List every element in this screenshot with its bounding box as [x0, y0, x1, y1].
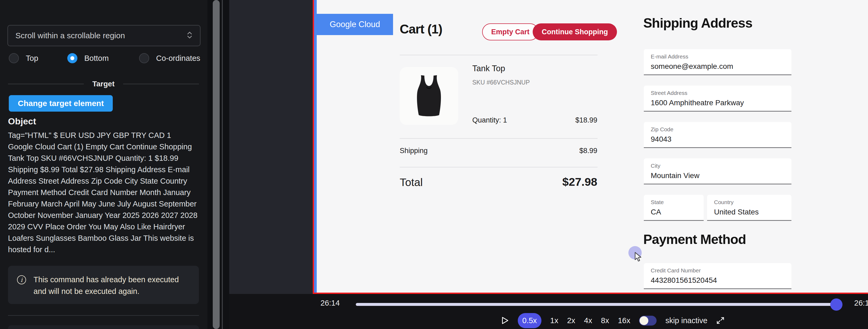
- speed-4x-button[interactable]: 4x: [584, 316, 592, 325]
- sidebar-divider: [8, 315, 199, 316]
- credit-card-label: Credit Card Number: [651, 267, 792, 274]
- state-field-value: CA: [651, 208, 704, 216]
- sidebar-scrollbar[interactable]: [213, 0, 220, 329]
- product-price: $18.99: [575, 116, 597, 124]
- shipping-label: Shipping: [400, 147, 428, 155]
- fullscreen-icon[interactable]: [716, 316, 725, 325]
- empty-cart-button[interactable]: Empty Cart: [482, 23, 538, 40]
- notice-text: This command has already been executed a…: [33, 274, 188, 297]
- google-cloud-badge: Google Cloud: [317, 14, 393, 35]
- divider-line: [8, 84, 84, 84]
- target-element-highlight-bar: [314, 0, 317, 293]
- tank-top-graphic: [409, 71, 449, 121]
- radio-bottom[interactable]: Bottom: [67, 52, 109, 64]
- total-price: $27.98: [562, 175, 597, 189]
- object-description-text: Tag="HTML" $ EUR USD JPY GBP TRY CAD 1 G…: [8, 130, 198, 255]
- radio-top[interactable]: Top: [9, 52, 38, 64]
- radio-coordinates-circle[interactable]: [139, 53, 149, 63]
- product-sku: SKU #66VCHSJNUP: [472, 79, 530, 86]
- target-section-divider: Target: [8, 80, 199, 88]
- shipping-price: $8.99: [579, 147, 597, 155]
- cart-divider: [400, 138, 597, 139]
- city-field[interactable]: City Mountain View: [644, 158, 792, 185]
- command-type-value: Scroll within a scrollable region: [16, 31, 187, 40]
- street-field-label: Street Address: [651, 90, 792, 96]
- cart-title: Cart (1): [400, 22, 442, 36]
- current-time: 26:14: [320, 299, 340, 307]
- select-stepper-icon: [187, 31, 192, 40]
- already-executed-notice: i This command has already been executed…: [8, 266, 199, 304]
- replayed-page-screenshot: Google Cloud Cart (1) Empty Cart Continu…: [317, 0, 868, 293]
- app-window: Scroll within a scrollable region Top Bo…: [0, 0, 868, 329]
- target-section-label: Target: [92, 80, 115, 88]
- product-image-tank-top: [400, 67, 458, 125]
- email-field[interactable]: E-mail Address someone@example.com: [644, 49, 792, 75]
- product-name: Tank Top: [472, 64, 505, 73]
- command-type-select[interactable]: Scroll within a scrollable region: [7, 25, 200, 46]
- change-target-button[interactable]: Change target element: [9, 95, 113, 111]
- timeline-thumb[interactable]: [830, 298, 842, 311]
- credit-card-field[interactable]: Credit Card Number 4432801561520454: [644, 263, 792, 289]
- mouse-cursor-icon: [634, 252, 644, 263]
- play-button[interactable]: [501, 316, 509, 325]
- country-field-value: United States: [714, 208, 792, 216]
- country-field-label: Country: [714, 199, 792, 205]
- street-address-field[interactable]: Street Address 1600 Amphitheatre Parkway: [644, 86, 792, 111]
- skip-inactive-label: skip inactive: [665, 316, 707, 325]
- city-field-label: City: [651, 163, 792, 169]
- cart-divider: [400, 167, 597, 167]
- radio-bottom-label: Bottom: [84, 54, 109, 63]
- speed-16x-button[interactable]: 16x: [618, 316, 630, 325]
- radio-top-label: Top: [26, 54, 38, 63]
- radio-top-circle[interactable]: [9, 53, 19, 63]
- product-quantity: Quantity: 1: [472, 116, 507, 124]
- info-icon: i: [17, 275, 26, 284]
- continue-shopping-button[interactable]: Continue Shopping: [533, 23, 617, 40]
- gutter-edge-line: [222, 0, 223, 329]
- city-field-value: Mountain View: [651, 171, 792, 180]
- speed-2x-button[interactable]: 2x: [567, 316, 575, 325]
- country-field[interactable]: Country United States: [707, 195, 792, 221]
- email-field-label: E-mail Address: [651, 54, 792, 60]
- state-field[interactable]: State CA: [644, 195, 704, 221]
- playback-controls: 0.5x 1x 2x 4x 8x 16x skip inactive: [501, 313, 725, 328]
- toggle-knob: [640, 316, 648, 325]
- shipping-address-heading: Shipping Address: [643, 15, 752, 31]
- speed-8x-button[interactable]: 8x: [601, 316, 609, 325]
- zip-code-field[interactable]: Zip Code 94043: [644, 122, 792, 148]
- skip-inactive-toggle[interactable]: [639, 316, 657, 326]
- zip-field-label: Zip Code: [651, 126, 792, 133]
- speed-1x-button[interactable]: 1x: [550, 316, 558, 325]
- command-sidebar: Scroll within a scrollable region Top Bo…: [0, 0, 208, 329]
- total-label: Total: [400, 176, 423, 189]
- scroll-position-radios: Top Bottom Co-ordinates: [0, 52, 208, 64]
- speed-0_5x-button[interactable]: 0.5x: [518, 313, 541, 328]
- cart-divider: [400, 55, 597, 55]
- sidebar-next-panel: [8, 325, 199, 329]
- zip-field-value: 94043: [651, 135, 792, 143]
- credit-card-value: 4432801561520454: [651, 276, 792, 285]
- email-field-value: someone@example.com: [651, 62, 792, 71]
- divider-line: [123, 84, 199, 84]
- payment-method-heading: Payment Method: [643, 232, 746, 247]
- object-heading: Object: [8, 116, 36, 127]
- street-field-value: 1600 Amphitheatre Parkway: [651, 99, 792, 107]
- end-time: 26:1: [854, 299, 868, 307]
- timeline-track[interactable]: [356, 303, 838, 306]
- panel-gutter: [208, 0, 229, 329]
- state-field-label: State: [651, 199, 704, 205]
- radio-bottom-circle[interactable]: [67, 53, 78, 63]
- radio-coordinates-label: Co-ordinates: [156, 54, 200, 63]
- radio-coordinates[interactable]: Co-ordinates: [139, 52, 200, 64]
